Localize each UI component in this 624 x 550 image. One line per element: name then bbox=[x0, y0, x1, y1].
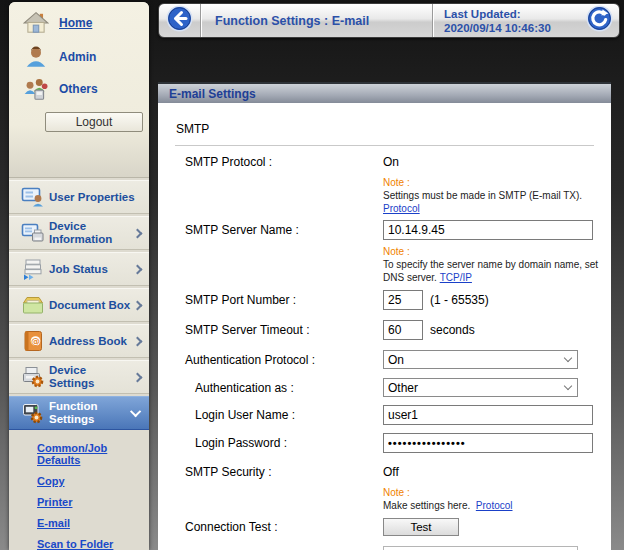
login-user-row: Login User Name : bbox=[175, 405, 594, 425]
note-title: Note : bbox=[383, 245, 594, 258]
sidebar-item-device-settings[interactable]: Device Settings bbox=[9, 360, 149, 394]
smtp-security-value: Off bbox=[383, 465, 594, 479]
smtp-security-note: Note : Make settings here. Protocol bbox=[383, 486, 594, 512]
device-information-icon bbox=[21, 221, 45, 245]
home-icon bbox=[23, 10, 49, 36]
panel-title: E-mail Settings bbox=[158, 82, 611, 103]
sidebar-item-address-book[interactable]: @ Address Book bbox=[9, 324, 149, 358]
address-book-icon: @ bbox=[21, 329, 45, 353]
chevron-right-icon bbox=[133, 228, 143, 238]
sidebar-item-user-properties[interactable]: User Properties bbox=[9, 180, 149, 214]
home-link[interactable]: Home bbox=[59, 16, 92, 30]
submenu-item-scan-to-folder[interactable]: Scan to Folder bbox=[37, 538, 149, 550]
sidebar-item-admin[interactable]: Admin bbox=[23, 44, 96, 70]
chevron-right-icon bbox=[133, 300, 143, 310]
note-text: Settings must be made in SMTP (E-mail TX… bbox=[383, 190, 582, 201]
back-arrow-icon bbox=[166, 5, 193, 32]
auth-protocol-label: Authentication Protocol : bbox=[175, 353, 383, 367]
smtp-protocol-value: On bbox=[383, 155, 594, 169]
menu-label: Job Status bbox=[49, 263, 134, 276]
menu-label: Device Information bbox=[49, 220, 134, 245]
last-updated-value: 2020/09/14 10:46:30 bbox=[444, 21, 584, 35]
smtp-server-name-label: SMTP Server Name : bbox=[175, 223, 383, 237]
submenu-item-common-job-defaults[interactable]: Common/Job Defaults bbox=[37, 442, 149, 466]
svg-text:@: @ bbox=[31, 336, 40, 346]
domain-restriction-select[interactable]: Off bbox=[383, 546, 578, 550]
auth-protocol-row: Authentication Protocol : On bbox=[175, 350, 594, 369]
note-text: To specify the server name by domain nam… bbox=[383, 258, 605, 284]
sidebar-item-home[interactable]: Home bbox=[23, 10, 92, 36]
login-user-input[interactable] bbox=[383, 405, 593, 425]
connection-test-row: Connection Test : Test bbox=[175, 518, 594, 536]
menu-label: Function Settings bbox=[49, 400, 133, 425]
sidebar-item-device-information[interactable]: Device Information bbox=[9, 216, 149, 250]
smtp-security-label: SMTP Security : bbox=[175, 465, 383, 479]
admin-icon bbox=[23, 44, 49, 70]
smtp-protocol-note: Note : Settings must be made in SMTP (E-… bbox=[383, 176, 594, 215]
menu-label: Document Box bbox=[49, 299, 134, 312]
auth-protocol-select[interactable]: On bbox=[383, 350, 578, 369]
sidebar-item-job-status[interactable]: Job Status bbox=[9, 252, 149, 286]
others-icon bbox=[23, 76, 49, 102]
sidebar-item-document-box[interactable]: Document Box bbox=[9, 288, 149, 322]
last-updated: Last Updated: 2020/09/14 10:46:30 bbox=[434, 7, 584, 35]
document-box-icon bbox=[21, 293, 45, 317]
smtp-timeout-input[interactable] bbox=[383, 320, 423, 340]
protocol-link[interactable]: Protocol bbox=[383, 203, 420, 214]
submenu-item-printer[interactable]: Printer bbox=[37, 496, 149, 508]
domain-restriction-row: Domain Restriction : Off bbox=[175, 546, 594, 550]
login-password-label: Login Password : bbox=[175, 436, 383, 450]
others-link[interactable]: Others bbox=[59, 82, 98, 96]
submenu-item-email[interactable]: E-mail bbox=[37, 517, 149, 529]
smtp-port-range: (1 - 65535) bbox=[430, 293, 489, 307]
smtp-port-row: SMTP Port Number : (1 - 65535) bbox=[175, 290, 594, 310]
tcpip-link[interactable]: TCP/IP bbox=[440, 272, 472, 283]
login-password-row: Login Password : bbox=[175, 433, 594, 453]
menu-label: User Properties bbox=[49, 191, 141, 204]
smtp-protocol-row: SMTP Protocol : On bbox=[175, 155, 594, 169]
last-updated-label: Last Updated: bbox=[444, 7, 584, 21]
smtp-server-name-row: SMTP Server Name : bbox=[175, 220, 594, 240]
auth-as-label: Authentication as : bbox=[175, 381, 383, 395]
note-text: Make settings here. bbox=[383, 500, 470, 511]
smtp-port-label: SMTP Port Number : bbox=[175, 293, 383, 307]
smtp-security-row: SMTP Security : Off bbox=[175, 465, 594, 479]
sidebar: Home Admin Others Logout bbox=[9, 2, 149, 550]
smtp-timeout-row: SMTP Server Timeout : seconds bbox=[175, 320, 594, 340]
smtp-timeout-label: SMTP Server Timeout : bbox=[175, 323, 383, 337]
dns-note: Note : To specify the server name by dom… bbox=[383, 245, 594, 284]
device-settings-icon bbox=[21, 365, 45, 389]
login-password-input[interactable] bbox=[383, 433, 593, 453]
refresh-icon bbox=[586, 5, 613, 32]
user-properties-icon bbox=[21, 185, 45, 209]
smtp-section-title: SMTP bbox=[175, 122, 594, 136]
smtp-port-input[interactable] bbox=[383, 290, 423, 310]
divider bbox=[175, 145, 594, 146]
note-title: Note : bbox=[383, 486, 594, 499]
menu-label: Address Book bbox=[49, 335, 134, 348]
login-user-label: Login User Name : bbox=[175, 408, 383, 422]
back-button[interactable] bbox=[166, 5, 193, 32]
smtp-protocol-label: SMTP Protocol : bbox=[175, 155, 383, 169]
protocol-link[interactable]: Protocol bbox=[476, 500, 513, 511]
sidebar-item-others[interactable]: Others bbox=[23, 76, 98, 102]
connection-test-label: Connection Test : bbox=[175, 520, 383, 534]
auth-as-select[interactable]: Other bbox=[383, 378, 578, 397]
chevron-right-icon bbox=[133, 336, 143, 346]
chevron-right-icon bbox=[133, 372, 143, 382]
menu-label: Device Settings bbox=[49, 364, 134, 389]
sidebar-menu: User Properties Device Information bbox=[9, 180, 149, 430]
function-settings-submenu: Common/Job Defaults Copy Printer E-mail … bbox=[9, 432, 149, 550]
smtp-timeout-unit: seconds bbox=[430, 323, 475, 337]
sidebar-account-section: Home Admin Others Logout bbox=[9, 2, 149, 178]
auth-as-row: Authentication as : Other bbox=[175, 378, 594, 397]
smtp-server-name-input[interactable] bbox=[383, 220, 593, 240]
logout-button[interactable]: Logout bbox=[45, 112, 143, 132]
top-bar: Function Settings : E-mail Last Updated:… bbox=[158, 3, 620, 38]
refresh-button[interactable] bbox=[586, 5, 613, 32]
sidebar-item-function-settings[interactable]: Function Settings bbox=[9, 396, 149, 430]
test-button[interactable]: Test bbox=[383, 518, 459, 536]
submenu-item-copy[interactable]: Copy bbox=[37, 475, 149, 487]
admin-link[interactable]: Admin bbox=[59, 50, 96, 64]
page-title: Function Settings : E-mail bbox=[202, 14, 432, 28]
